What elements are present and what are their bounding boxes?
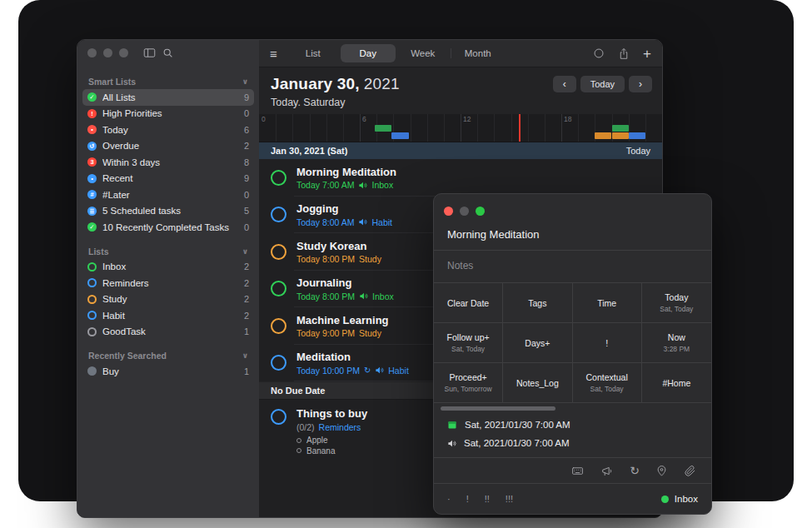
quick-action-notes-log[interactable]: Notes_Log bbox=[503, 363, 572, 403]
timeline-event-block[interactable] bbox=[612, 132, 629, 139]
subtask-item[interactable]: Banana bbox=[296, 446, 367, 456]
schedule-row[interactable]: Sat, 2021/01/30 7:00 AM bbox=[447, 416, 698, 434]
close-button[interactable] bbox=[87, 48, 97, 57]
sidebar-item-high-priorities[interactable]: !High Priorities 0 bbox=[82, 106, 254, 122]
quick-action-time[interactable]: Time bbox=[573, 283, 642, 323]
hour-tick bbox=[477, 114, 478, 142]
quick-action-proceed[interactable]: Proceed+ Sun, Tomorrow bbox=[434, 363, 503, 403]
timeline-event-block[interactable] bbox=[629, 132, 645, 139]
refresh-icon[interactable]: ↻ bbox=[630, 465, 640, 476]
prev-day-button[interactable]: ‹ bbox=[553, 76, 576, 92]
hour-label: 0 bbox=[262, 115, 266, 123]
minimize-button[interactable] bbox=[103, 48, 112, 57]
task-complete-toggle[interactable] bbox=[271, 355, 286, 371]
sidebar-item-overdue[interactable]: ↺Overdue 2 bbox=[82, 138, 254, 155]
task-title: Machine Learning bbox=[296, 314, 389, 326]
task-complete-toggle[interactable] bbox=[271, 244, 286, 260]
task-row-morning-meditation[interactable]: Morning Meditation Today 7:00 AM Inbox bbox=[259, 159, 662, 197]
sidebar-sections: Smart Lists ∨ ✓All Lists 9 !High Priorit… bbox=[77, 66, 259, 517]
subtask-item[interactable]: Apple bbox=[296, 436, 367, 446]
minimize-button[interactable] bbox=[460, 207, 469, 216]
timeline-event-block[interactable] bbox=[375, 125, 391, 132]
task-list-name: Study bbox=[359, 254, 381, 264]
quick-action-today[interactable]: Today Sat, Today bbox=[642, 283, 711, 323]
attachment-icon[interactable] bbox=[684, 465, 696, 477]
page-subtitle: Today. Saturday bbox=[271, 97, 650, 108]
list-badge-icon: ✓ bbox=[87, 222, 97, 232]
share-icon[interactable] bbox=[618, 47, 630, 60]
priority-option-1[interactable]: · bbox=[447, 494, 451, 504]
alert-speaker-icon bbox=[359, 291, 368, 301]
priority-option-3[interactable]: !!! bbox=[506, 494, 513, 504]
task-complete-toggle[interactable] bbox=[271, 170, 286, 186]
tab-month[interactable]: Month bbox=[451, 44, 506, 62]
timeline-event-block[interactable] bbox=[612, 125, 629, 132]
tab-list[interactable]: List bbox=[286, 44, 341, 62]
popup-task-title: Morning Meditation bbox=[434, 221, 711, 251]
notes-field[interactable]: Notes bbox=[434, 251, 711, 283]
task-complete-toggle[interactable] bbox=[271, 318, 286, 334]
task-complete-toggle[interactable] bbox=[271, 409, 286, 425]
sidebar-item-10-recently-completed-tasks[interactable]: ✓10 Recently Completed Tasks 0 bbox=[82, 219, 254, 236]
list-badge-icon: # bbox=[87, 190, 97, 199]
alert-speaker-icon bbox=[358, 217, 367, 227]
sidebar-item-inbox[interactable]: Inbox 2 bbox=[82, 259, 254, 276]
sidebar-item-today[interactable]: •Today 6 bbox=[82, 122, 254, 138]
timeline-event-block[interactable] bbox=[595, 132, 611, 139]
sidebar-item-buy[interactable]: Buy 1 bbox=[82, 363, 254, 380]
sidebar-item-recent[interactable]: •Recent 9 bbox=[82, 171, 254, 187]
sidebar-item-within-3-days[interactable]: 3Within 3 days 8 bbox=[82, 154, 254, 171]
sidebar-item-goodtask[interactable]: GoodTask 1 bbox=[82, 324, 254, 341]
sidebar-item-habit[interactable]: Habit 2 bbox=[82, 307, 254, 324]
grid-scrollbar[interactable] bbox=[441, 406, 555, 411]
location-icon[interactable] bbox=[655, 465, 668, 477]
sidebar-item-reminders[interactable]: Reminders 2 bbox=[82, 275, 254, 291]
task-due-time: Today 9:00 PM bbox=[296, 328, 355, 338]
calendar-icon bbox=[447, 420, 457, 430]
sidebar-item-study[interactable]: Study 2 bbox=[82, 291, 254, 308]
task-complete-toggle[interactable] bbox=[271, 207, 286, 222]
sidebar-item-later[interactable]: ##Later 0 bbox=[82, 187, 254, 203]
add-task-button[interactable]: + bbox=[643, 47, 651, 61]
day-timeline[interactable]: 061218 bbox=[259, 114, 662, 142]
next-day-button[interactable]: › bbox=[629, 76, 652, 92]
quick-action-follow-up[interactable]: Follow up+ Sat, Today bbox=[434, 323, 503, 363]
quick-action-home[interactable]: #Home bbox=[642, 363, 711, 403]
sidebar-item-5-scheduled-tasks[interactable]: ≣5 Scheduled tasks 5 bbox=[82, 203, 254, 220]
progress-circle-icon[interactable] bbox=[593, 47, 605, 59]
sidebar-section-header-recently-searched[interactable]: Recently Searched ∨ bbox=[77, 348, 259, 363]
quick-action-days[interactable]: Days+ bbox=[503, 323, 572, 363]
list-selector[interactable]: Inbox bbox=[661, 494, 698, 504]
quick-action-now[interactable]: Now 3:28 PM bbox=[642, 323, 711, 363]
list-color-ring-icon bbox=[87, 311, 97, 320]
hour-tick bbox=[343, 114, 344, 142]
sidebar-section-header-lists[interactable]: Lists ∨ bbox=[77, 244, 259, 259]
sidebar-toggle-icon[interactable] bbox=[143, 47, 156, 58]
list-color-ring-icon bbox=[87, 278, 97, 287]
tab-week[interactable]: Week bbox=[396, 44, 451, 62]
chevron-down-icon: ∨ bbox=[242, 351, 248, 360]
menu-icon[interactable]: ≡ bbox=[270, 47, 277, 61]
task-complete-toggle[interactable] bbox=[271, 281, 286, 296]
quick-action-tags[interactable]: Tags bbox=[503, 283, 572, 323]
schedule-row[interactable]: Sat, 2021/01/30 7:00 AM bbox=[447, 434, 698, 452]
quick-action-item[interactable]: ! bbox=[573, 323, 642, 363]
sidebar-item-all-lists[interactable]: ✓All Lists 9 bbox=[82, 89, 254, 106]
timeline-event-block[interactable] bbox=[391, 132, 408, 139]
quick-action-clear-date[interactable]: Clear Date bbox=[434, 283, 503, 323]
search-icon[interactable] bbox=[162, 47, 173, 58]
priority-option-1[interactable]: ! bbox=[466, 494, 469, 504]
hour-tick bbox=[444, 114, 445, 142]
megaphone-icon[interactable] bbox=[600, 465, 614, 477]
close-button[interactable] bbox=[444, 207, 453, 216]
today-button[interactable]: Today bbox=[580, 76, 625, 92]
priority-option-2[interactable]: !! bbox=[485, 494, 490, 504]
zoom-button[interactable] bbox=[119, 48, 128, 57]
screen: Smart Lists ∨ ✓All Lists 9 !High Priorit… bbox=[0, 0, 812, 528]
tab-day[interactable]: Day bbox=[341, 44, 396, 62]
sidebar-section-header-smart-lists[interactable]: Smart Lists ∨ bbox=[77, 74, 259, 89]
zoom-button[interactable] bbox=[476, 207, 485, 216]
quick-action-contextual[interactable]: Contextual Sat, Today bbox=[573, 363, 642, 403]
keyboard-icon[interactable] bbox=[570, 465, 585, 477]
item-count: 9 bbox=[244, 173, 249, 183]
